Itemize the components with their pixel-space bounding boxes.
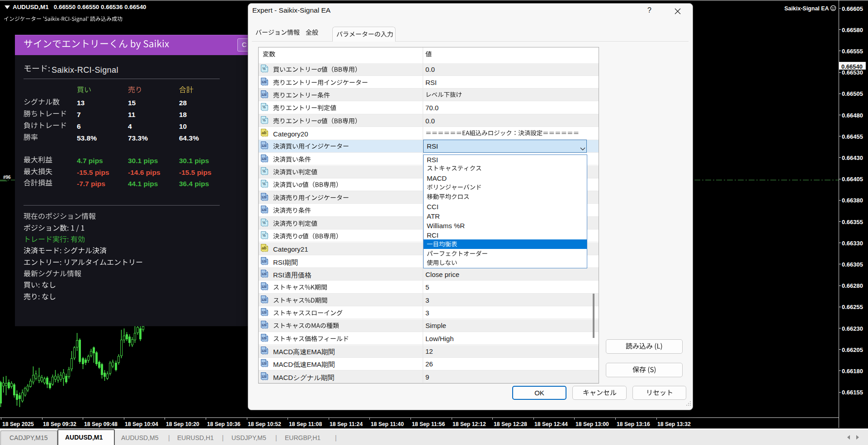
svg-text:½: ½ <box>262 105 266 109</box>
svg-text:ab: ab <box>262 246 267 250</box>
svg-text:123: 123 <box>262 93 267 96</box>
svg-text:123: 123 <box>262 80 267 84</box>
svg-text:123: 123 <box>262 285 267 288</box>
svg-text:123: 123 <box>262 272 267 276</box>
svg-text:123: 123 <box>262 375 267 378</box>
svg-text:123: 123 <box>262 323 267 327</box>
svg-text:123: 123 <box>262 311 267 314</box>
svg-text:123: 123 <box>262 208 267 211</box>
svg-text:½: ½ <box>262 118 266 122</box>
svg-text:ab: ab <box>262 131 267 135</box>
svg-text:½: ½ <box>262 220 266 225</box>
svg-text:123: 123 <box>262 157 267 160</box>
svg-text:½: ½ <box>262 66 266 71</box>
svg-text:½: ½ <box>262 233 266 238</box>
svg-text:123: 123 <box>262 362 267 365</box>
svg-text:123: 123 <box>262 196 267 199</box>
svg-text:123: 123 <box>262 337 267 340</box>
svg-text:123: 123 <box>262 260 267 263</box>
svg-text:123: 123 <box>262 298 267 301</box>
svg-text:½: ½ <box>262 169 266 173</box>
svg-text:123: 123 <box>262 144 267 147</box>
svg-text:123: 123 <box>262 349 267 352</box>
svg-text:½: ½ <box>262 182 266 186</box>
